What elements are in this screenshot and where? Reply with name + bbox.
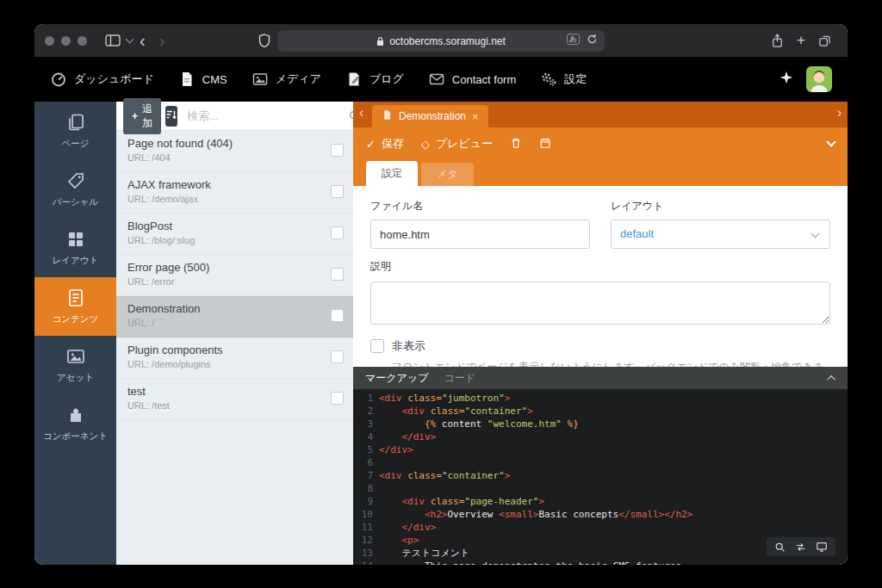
sort-button[interactable] xyxy=(165,106,177,127)
lock-icon xyxy=(376,36,384,46)
page-url: URL: /error xyxy=(127,276,322,287)
nav-label: ブログ xyxy=(370,71,404,87)
star-icon[interactable] xyxy=(779,70,794,89)
page-url: URL: /demo/plugins xyxy=(127,359,322,369)
page-list-toolbar: + 追加 xyxy=(116,102,353,131)
delete-button[interactable] xyxy=(510,137,522,152)
sidebar-item-partials[interactable]: パーシャル xyxy=(34,160,116,219)
page-list-item[interactable]: Error page (500)URL: /error xyxy=(116,255,353,296)
page-title: AJAX framework xyxy=(127,178,322,191)
new-tab-button[interactable]: + xyxy=(797,32,805,49)
sidebar-toggle-icon[interactable] xyxy=(105,34,121,46)
code-collapse-chevron-icon[interactable] xyxy=(827,374,835,383)
code-fullscreen-icon[interactable] xyxy=(816,541,828,553)
preview-button[interactable]: ◇ プレビュー xyxy=(421,136,493,152)
dashboard-icon xyxy=(50,71,67,88)
nav-label: メディア xyxy=(276,71,321,87)
row-checkbox[interactable] xyxy=(331,350,344,363)
code-search-icon[interactable] xyxy=(774,542,786,553)
url-text: octobercms.soramugi.net xyxy=(389,35,506,47)
row-checkbox[interactable] xyxy=(331,185,344,198)
sidebar-menu-chevron-icon[interactable] xyxy=(126,35,134,44)
main-nav-settings[interactable]: 設定 xyxy=(540,71,587,88)
sidebar-item-content[interactable]: コンテンツ xyxy=(34,277,116,336)
row-checkbox[interactable] xyxy=(331,268,344,281)
nav-label: ダッシュボード xyxy=(74,71,154,87)
translate-icon[interactable]: あ xyxy=(567,34,580,45)
media-icon xyxy=(252,71,269,88)
url-bar[interactable]: octobercms.soramugi.net あ xyxy=(277,30,605,52)
hidden-checkbox[interactable] xyxy=(370,339,384,353)
main-nav-cms[interactable]: CMS xyxy=(178,71,227,88)
back-button[interactable]: ‹ xyxy=(140,32,146,49)
content-icon xyxy=(65,288,86,308)
zoom-window-button[interactable] xyxy=(78,36,87,46)
main-nav-media[interactable]: メディア xyxy=(252,71,321,88)
tab-overview-icon[interactable] xyxy=(818,34,831,47)
code-tab-markup[interactable]: マークアップ xyxy=(365,371,428,386)
components-icon xyxy=(65,405,86,425)
code-tab-code[interactable]: コード xyxy=(444,371,475,386)
page-url: URL: /test xyxy=(127,400,322,411)
sidebar-item-layouts[interactable]: レイアウト xyxy=(34,219,116,277)
page-list-item[interactable]: DemonstrationURL: / xyxy=(116,296,353,337)
close-window-button[interactable] xyxy=(45,36,54,46)
sidebar-item-label: コンテンツ xyxy=(53,313,99,325)
layout-label: レイアウト xyxy=(611,199,830,214)
page-list-item[interactable]: AJAX frameworkURL: /demo/ajax xyxy=(116,172,353,214)
diamond-icon: ◇ xyxy=(421,138,430,151)
user-avatar[interactable] xyxy=(806,66,832,92)
code-swap-icon[interactable] xyxy=(795,542,806,553)
toolbar-collapse-chevron-icon[interactable] xyxy=(826,137,835,146)
cms-main-nav: ダッシュボードCMSメディアブログContact form設定 xyxy=(34,57,848,102)
sidebar-item-label: コンポーネント xyxy=(43,430,108,443)
code-header: マークアップコード xyxy=(353,367,848,389)
filename-field[interactable] xyxy=(370,220,590,249)
main-nav-contact-form[interactable]: Contact form xyxy=(428,71,516,88)
forward-button[interactable]: › xyxy=(159,32,165,49)
editor-toolbar: ✓ 保存 ◇ プレビュー xyxy=(353,127,848,160)
page-list-item[interactable]: Plugin componentsURL: /demo/plugins xyxy=(116,337,353,379)
traffic-lights xyxy=(45,36,87,46)
partials-icon xyxy=(65,170,86,191)
page-title: Plugin components xyxy=(127,344,322,356)
page-list-item[interactable]: Page not found (404)URL: /404 xyxy=(116,131,353,172)
row-checkbox[interactable] xyxy=(331,226,344,239)
row-checkbox[interactable] xyxy=(331,309,344,322)
sidebar-item-assets[interactable]: アセット xyxy=(34,336,116,394)
tab-scroll-left-icon[interactable]: ‹ xyxy=(359,106,363,120)
sidebar-item-components[interactable]: コンポーネント xyxy=(34,394,116,453)
code-editor-actions xyxy=(767,537,835,556)
form-tab-meta[interactable]: メタ xyxy=(421,163,474,186)
main-nav-blog[interactable]: ブログ xyxy=(345,71,404,88)
main-nav-dashboard[interactable]: ダッシュボード xyxy=(50,71,154,88)
editor-tab[interactable]: Demonstration × xyxy=(372,105,488,127)
layout-select[interactable]: default xyxy=(611,220,830,249)
editor-tab-bar: ‹ Demonstration × › xyxy=(353,102,848,127)
page-settings-form: ファイル名 レイアウト default 説明 非表示 xyxy=(353,186,848,367)
page-list-item[interactable]: testURL: /test xyxy=(116,379,353,420)
minimize-window-button[interactable] xyxy=(61,36,71,46)
tab-close-icon[interactable]: × xyxy=(472,110,479,123)
nav-label: 設定 xyxy=(564,71,587,87)
check-icon: ✓ xyxy=(366,138,376,151)
form-tab-settings[interactable]: 設定 xyxy=(366,161,418,186)
save-button[interactable]: ✓ 保存 xyxy=(366,136,404,152)
shield-icon[interactable] xyxy=(258,34,270,51)
row-checkbox[interactable] xyxy=(331,392,344,405)
reload-icon[interactable] xyxy=(587,34,598,45)
calendar-button[interactable] xyxy=(539,137,551,152)
tab-scroll-right-icon[interactable]: › xyxy=(837,106,842,120)
page-title: Page not found (404) xyxy=(127,137,322,150)
add-page-button[interactable]: + 追加 xyxy=(123,98,161,134)
sidebar-item-pages[interactable]: ページ xyxy=(34,102,116,160)
share-icon[interactable] xyxy=(771,34,784,48)
description-textarea[interactable] xyxy=(370,282,830,325)
nav-label: Contact form xyxy=(452,73,516,86)
page-title: BlogPost xyxy=(127,220,322,232)
row-checkbox[interactable] xyxy=(331,144,344,157)
page-list-item[interactable]: BlogPostURL: /blog/:slug xyxy=(116,214,353,255)
search-input[interactable] xyxy=(182,109,344,122)
page-list-panel: + 追加 Page not found (404)URL: /404AJAX f… xyxy=(116,102,353,565)
editor-tab-title: Demonstration xyxy=(399,110,466,122)
